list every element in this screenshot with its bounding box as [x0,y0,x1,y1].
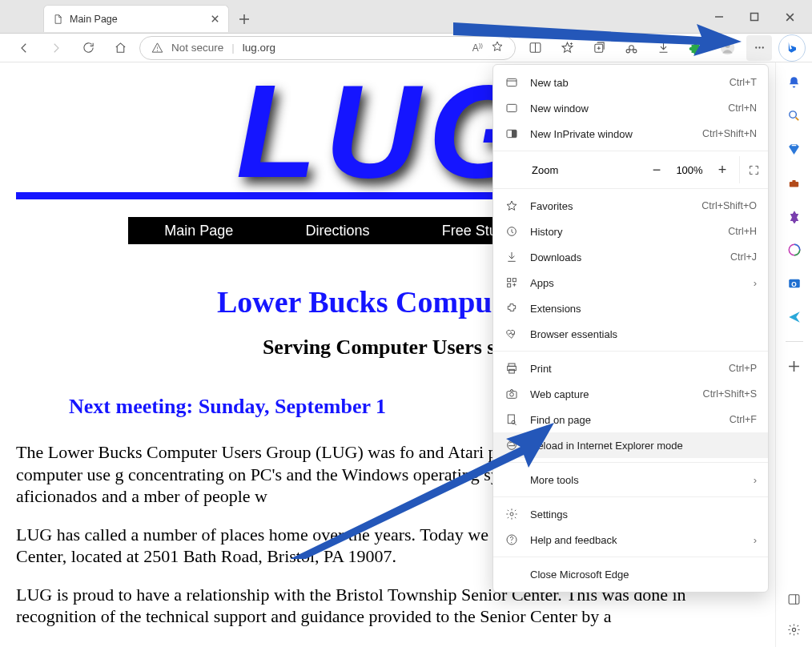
menu-apps[interactable]: Apps › [493,270,768,295]
chevron-right-icon: › [754,534,757,546]
tab-title: Main Page [70,14,201,25]
chevron-right-icon: › [754,474,757,486]
sidebar-item-games[interactable] [785,207,804,226]
camera-icon [504,387,519,401]
svg-rect-21 [507,78,517,86]
right-sidebar: O [775,62,812,647]
warning-icon [151,42,163,54]
menu-new-tab[interactable]: New tab Ctrl+T [493,70,768,95]
sidebar-item-notifications[interactable] [785,72,804,91]
menu-web-capture[interactable]: Web capture Ctrl+Shift+S [493,381,768,407]
page-icon [52,14,63,25]
menu-favorites[interactable]: Favorites Ctrl+Shift+O [493,193,768,219]
more-menu-button[interactable] [746,35,772,61]
svg-rect-15 [792,179,795,182]
svg-rect-14 [790,182,798,187]
maximize-button[interactable] [737,5,772,29]
sidebar-item-search[interactable] [785,106,804,125]
history-icon [504,224,519,239]
annotation-arrow-top [453,13,742,56]
zoom-out-button[interactable]: − [643,156,670,183]
svg-rect-27 [513,279,516,282]
sidebar-add-button[interactable] [785,356,804,376]
menu-browser-essentials[interactable]: Browser essentials [493,321,768,347]
zoom-in-button[interactable]: + [709,156,736,183]
sidebar-item-shopping[interactable] [785,139,804,159]
sidebar-collapse-icon[interactable] [785,589,804,609]
print-icon [504,361,519,376]
svg-marker-40 [453,22,742,56]
svg-rect-26 [508,279,511,282]
new-tab-icon [504,75,519,90]
download-icon [504,250,519,264]
menu-print[interactable]: Print Ctrl+P [493,356,768,381]
star-icon [504,199,519,213]
svg-text:O: O [791,281,797,288]
svg-rect-31 [509,369,515,373]
zoom-percent: 100% [670,164,709,176]
nav-directions[interactable]: Directions [305,223,369,239]
extensions-icon [504,301,519,315]
svg-point-10 [758,46,760,48]
sidebar-item-outlook[interactable]: O [785,274,804,293]
close-window-button[interactable] [772,5,807,29]
svg-rect-19 [789,594,799,603]
svg-rect-28 [508,283,511,287]
svg-point-9 [755,46,757,48]
svg-point-11 [762,46,763,48]
nav-main-page[interactable]: Main Page [164,223,233,239]
menu-new-window[interactable]: New window Ctrl+N [493,95,768,121]
apps-icon [504,275,519,290]
fullscreen-button[interactable] [739,156,768,183]
home-button[interactable] [107,35,133,61]
sidebar-item-send[interactable] [785,307,804,327]
menu-new-inprivate[interactable]: New InPrivate window Ctrl+Shift+N [493,121,768,147]
annotation-arrow-bottom [290,423,554,559]
menu-close-edge[interactable]: Close Microsoft Edge [493,561,768,587]
new-tab-button[interactable] [234,9,255,30]
svg-point-1 [157,50,158,51]
svg-rect-24 [512,130,517,137]
url-text: lug.org [243,42,275,54]
sidebar-settings-icon[interactable] [785,620,804,639]
chevron-right-icon: › [754,277,757,289]
menu-extensions[interactable]: Extensions [493,295,768,321]
back-button[interactable] [11,35,37,61]
sidebar-item-tools[interactable] [785,173,804,192]
svg-rect-22 [507,104,517,111]
menu-zoom: Zoom − 100% + [493,155,768,184]
svg-marker-41 [290,423,554,559]
svg-rect-13 [792,144,797,145]
sidebar-item-office[interactable] [785,240,804,259]
menu-downloads[interactable]: Downloads Ctrl+J [493,244,768,270]
browser-tab[interactable]: Main Page [43,5,229,32]
refresh-button[interactable] [75,35,101,61]
forward-button[interactable] [43,35,69,61]
bing-button[interactable] [778,34,806,62]
svg-point-20 [792,628,795,631]
svg-point-12 [790,111,797,118]
svg-rect-0 [751,14,758,21]
tab-close-button[interactable] [207,12,222,26]
heart-pulse-icon [504,327,519,341]
security-label: Not secure [171,42,223,54]
inprivate-icon [504,127,519,141]
svg-point-33 [510,392,514,396]
menu-history[interactable]: History Ctrl+H [493,219,768,244]
new-window-icon [504,101,519,115]
